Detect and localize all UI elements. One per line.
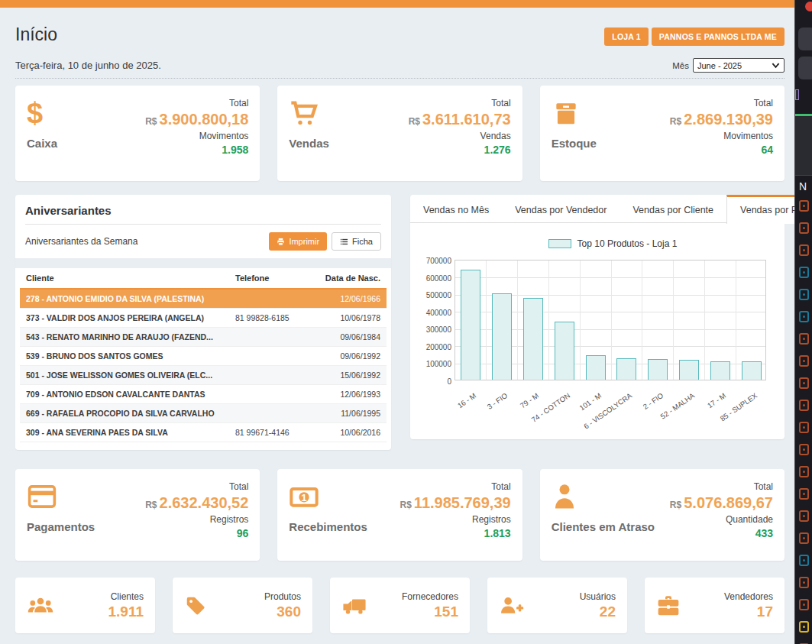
mini-clientes-value: 1.911 bbox=[108, 604, 144, 620]
cell-cliente: 309 - ANA SEVERINA PAES DA SILVA bbox=[26, 428, 235, 437]
birthday-row-6[interactable]: 669 - RAFAELA PROCOPIO DA SILVA CARVALHO… bbox=[20, 404, 387, 423]
month-select[interactable]: June - 2025 bbox=[693, 58, 785, 73]
birthday-row-3[interactable]: 539 - BRUNO DOS SANTOS GOMES09/06/1992 bbox=[20, 347, 387, 366]
gridline bbox=[736, 261, 736, 380]
background-window-strip[interactable]: N bbox=[794, 0, 812, 644]
gridline bbox=[642, 261, 642, 380]
bar-85 - SUPLEX bbox=[742, 361, 762, 380]
background-file-icon bbox=[799, 377, 809, 389]
card-vendas-title: Vendas bbox=[289, 137, 329, 150]
cell-cliente: 501 - JOSE WELISSON GOMES OLIVEIRA (ELC.… bbox=[26, 371, 235, 380]
mini-card-clientes: Clientes 1.911 bbox=[15, 578, 155, 633]
bar-52 - MALHA bbox=[679, 360, 699, 380]
background-file-icon bbox=[799, 621, 809, 633]
bar-79 - M bbox=[523, 298, 543, 380]
print-button[interactable]: Imprimir bbox=[269, 232, 327, 251]
gridline bbox=[548, 261, 549, 380]
card-pagamentos: Pagamentos Total R$2.632.430,52 Registro… bbox=[15, 469, 260, 561]
estoque-count-value: 64 bbox=[670, 144, 773, 156]
background-file-icon bbox=[799, 488, 809, 500]
money-bill-icon: 1 bbox=[289, 479, 367, 514]
briefcase-icon bbox=[656, 595, 681, 616]
card-estoque: Estoque Total R$2.869.130,39 Movimentos … bbox=[540, 86, 785, 181]
card-recebimentos: 1 Recebimentos Total R$11.985.769,39 Reg… bbox=[277, 469, 522, 561]
mini-produtos-value: 360 bbox=[264, 604, 301, 620]
gridline bbox=[673, 261, 674, 380]
cell-data-nasc: 09/06/1992 bbox=[319, 351, 380, 361]
y-axis-tick: 500000 bbox=[426, 291, 451, 299]
gridline bbox=[517, 261, 518, 380]
total-label: Total bbox=[670, 481, 773, 492]
cell-data-nasc: 10/06/1978 bbox=[319, 313, 380, 322]
estoque-count-label: Movimentos bbox=[670, 131, 773, 141]
x-axis-label: 101 - M bbox=[577, 391, 603, 412]
chart-legend: Top 10 Produtos - Loja 1 bbox=[441, 238, 785, 249]
gridline bbox=[486, 261, 487, 380]
bar-17 - M bbox=[710, 361, 730, 380]
person-icon bbox=[552, 479, 655, 514]
y-axis-tick: 300000 bbox=[426, 325, 451, 334]
bar-2 - FIO bbox=[648, 359, 668, 380]
col-cliente: Cliente bbox=[26, 273, 235, 283]
truck-icon bbox=[341, 596, 367, 616]
tab-vendas-no-mês[interactable]: Vendas no Mês bbox=[410, 195, 502, 222]
col-telefone: Telefone bbox=[235, 273, 319, 283]
birthday-row-7[interactable]: 309 - ANA SEVERINA PAES DA SILVA81 99671… bbox=[20, 423, 387, 442]
top-accent-bar bbox=[0, 0, 794, 8]
birthday-row-2[interactable]: 543 - RENATO MARINHO DE ARAUJO (FAZEND..… bbox=[20, 328, 387, 347]
cell-cliente: 539 - BRUNO DOS SANTOS GOMES bbox=[26, 351, 235, 361]
clientes-atraso-total-value: R$5.076.869,67 bbox=[670, 494, 773, 512]
card-vendas: Vendas Total R$3.611.610,73 Vendas 1.276 bbox=[277, 86, 522, 181]
tab-vendas-por-vendedor[interactable]: Vendas por Vendedor bbox=[502, 195, 620, 222]
x-axis-label: 52 - MALHA bbox=[658, 391, 696, 421]
users-group-icon bbox=[27, 595, 54, 616]
credit-card-icon bbox=[27, 479, 95, 514]
col-data-nasc: Data de Nasc. bbox=[319, 273, 380, 283]
total-label: Total bbox=[145, 481, 248, 492]
dotted-divider bbox=[15, 78, 785, 79]
pagamentos-count-label: Registros bbox=[145, 514, 248, 525]
sales-panel: Vendas no MêsVendas por VendedorVendas p… bbox=[410, 195, 785, 439]
list-icon bbox=[340, 238, 348, 246]
card-recebimentos-title: Recebimentos bbox=[289, 520, 367, 533]
background-file-icon bbox=[799, 466, 809, 477]
birthdays-table-body: 278 - ANTONIO EMIDIO DA SILVA (PALESTINA… bbox=[20, 290, 387, 442]
store-button[interactable]: LOJA 1 bbox=[604, 28, 649, 46]
ficha-button[interactable]: Ficha bbox=[332, 232, 381, 251]
svg-text:1: 1 bbox=[302, 492, 308, 503]
birthdays-panel: Aniversariantes Aniversariantes da Seman… bbox=[15, 195, 391, 450]
current-date: Terça-feira, 10 de junho de 2025. bbox=[15, 60, 161, 71]
user-plus-icon bbox=[499, 595, 525, 616]
mini-vendedores-label: Vendedores bbox=[724, 591, 773, 602]
bar-74 - COTTON bbox=[555, 322, 574, 380]
background-file-icon bbox=[799, 422, 809, 433]
card-caixa-title: Caixa bbox=[27, 137, 57, 150]
mini-usuarios-label: Usuários bbox=[580, 591, 616, 602]
x-axis-label: 16 - M bbox=[456, 391, 477, 409]
y-axis-tick: 200000 bbox=[426, 343, 451, 351]
background-ui-panel bbox=[795, 116, 812, 176]
background-file-icon bbox=[799, 599, 809, 610]
mini-card-vendedores: Vendedores 17 bbox=[645, 578, 785, 633]
background-file-icon bbox=[799, 267, 809, 278]
cell-data-nasc: 11/06/1995 bbox=[319, 409, 380, 418]
x-axis-label: 2 - FIO bbox=[642, 391, 665, 411]
birthday-row-4[interactable]: 501 - JOSE WELISSON GOMES OLIVEIRA (ELC.… bbox=[20, 366, 387, 385]
birthday-row-1[interactable]: 373 - VALDIR DOS ANJOS PEREIRA (ANGELA)8… bbox=[20, 309, 387, 328]
tab-vendas-por-cliente[interactable]: Vendas por Cliente bbox=[620, 195, 726, 222]
cell-cliente: 709 - ANTONIO EDSON CAVALCANTE DANTAS bbox=[26, 390, 235, 399]
estoque-total-value: R$2.869.130,39 bbox=[670, 111, 773, 128]
birthday-row-5[interactable]: 709 - ANTONIO EDSON CAVALCANTE DANTAS12/… bbox=[20, 385, 387, 404]
card-estoque-title: Estoque bbox=[552, 137, 597, 150]
card-caixa: $ Caixa Total R$3.900.800,18 Movimentos … bbox=[15, 86, 260, 181]
company-button[interactable]: PANNOS E PANNOS LTDA ME bbox=[652, 28, 785, 46]
birthday-row-0[interactable]: 278 - ANTONIO EMIDIO DA SILVA (PALESTINA… bbox=[20, 290, 387, 309]
panel-divider-band bbox=[15, 258, 391, 268]
cell-data-nasc: 09/06/1984 bbox=[319, 332, 380, 341]
total-label: Total bbox=[670, 98, 773, 108]
mini-vendedores-value: 17 bbox=[724, 604, 773, 620]
dashboard-window: Início LOJA 1 PANNOS E PANNOS LTDA ME Te… bbox=[0, 0, 794, 644]
y-axis-tick: 0 bbox=[447, 377, 451, 386]
legend-label: Top 10 Produtos - Loja 1 bbox=[577, 238, 678, 249]
clientes-atraso-count-value: 433 bbox=[670, 527, 773, 539]
